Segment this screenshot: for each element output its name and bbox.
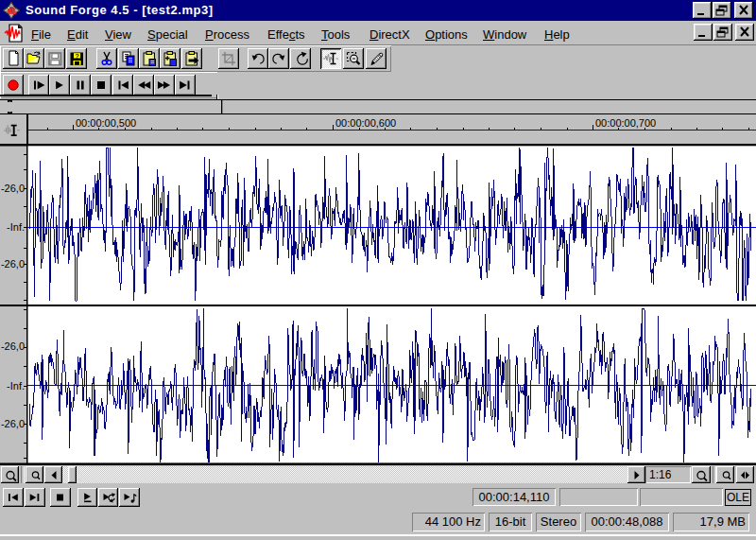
- svg-text:-26,0: -26,0: [1, 183, 25, 194]
- svg-text:-26,0: -26,0: [1, 340, 25, 352]
- svg-text:-26,0: -26,0: [1, 258, 25, 270]
- svg-text:00:00:00,600: 00:00:00,600: [335, 117, 396, 129]
- svg-text:-26,0: -26,0: [1, 418, 25, 429]
- svg-text:?: ?: [75, 52, 79, 61]
- svg-text:00:00:00,500: 00:00:00,500: [76, 117, 136, 129]
- svg-text:-Inf.: -Inf.: [7, 380, 25, 392]
- svg-text:00:00:00,700: 00:00:00,700: [595, 117, 656, 129]
- svg-text:-Inf.: -Inf.: [7, 221, 25, 233]
- svg-text:45: 45: [7, 6, 17, 16]
